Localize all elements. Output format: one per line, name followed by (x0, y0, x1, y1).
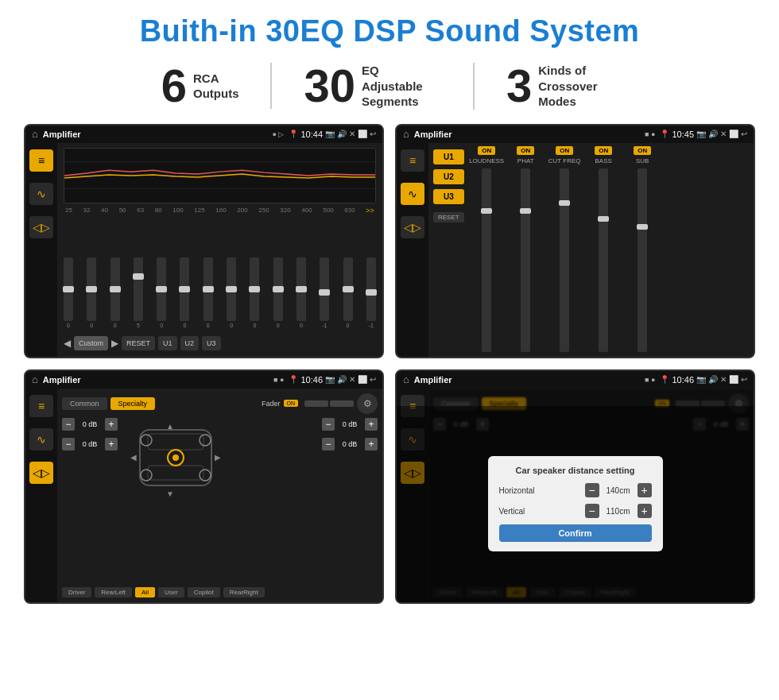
db-value-rl: 0 dB (78, 440, 102, 448)
plus-fl[interactable]: + (105, 418, 118, 431)
horizontal-plus[interactable]: + (638, 483, 652, 497)
u3-btn-1[interactable]: U3 (202, 336, 221, 350)
tab-specialty-3[interactable]: Specialty (110, 397, 156, 410)
copilot-btn-3[interactable]: Copilot (188, 587, 220, 598)
svg-rect-5 (148, 434, 203, 450)
channel-phat: ON PHAT (508, 146, 544, 354)
sidebar-wave-btn-3[interactable]: ∿ (29, 428, 53, 451)
rearright-btn-3[interactable]: RearRight (223, 587, 265, 598)
plus-rl[interactable]: + (105, 438, 118, 451)
amp-main: U1 U2 U3 RESET ON LOUDNESS (428, 143, 754, 357)
eq-slider-3: 5 (134, 257, 143, 328)
svg-rect-6 (148, 466, 203, 480)
fader-label: Fader (262, 400, 281, 408)
eq-slider-12: 0 (343, 257, 353, 328)
driver-btn-3[interactable]: Driver (62, 587, 91, 598)
svg-text:▼: ▼ (166, 489, 174, 498)
vertical-minus[interactable]: − (585, 504, 599, 518)
dialog-overlay: Car speaker distance setting Horizontal … (397, 406, 754, 602)
app-name-3: Amplifier (43, 375, 269, 385)
vertical-plus[interactable]: + (638, 504, 652, 518)
tab-common-3[interactable]: Common (62, 397, 107, 410)
screens-grid: ⌂ Amplifier ● ▷ 📍 10:44 📷 🔊 ✕ ⬜ ↩ ≡ ∿ ◁▷ (24, 124, 755, 604)
sidebar-eq-btn-3[interactable]: ≡ (29, 395, 53, 417)
label-bass: BASS (595, 157, 612, 164)
left-sidebar-1: ≡ ∿ ◁▷ (25, 143, 57, 357)
screen-eq: ⌂ Amplifier ● ▷ 📍 10:44 📷 🔊 ✕ ⬜ ↩ ≡ ∿ ◁▷ (24, 124, 384, 358)
stat-crossover: 3 Kinds ofCrossover Modes (475, 63, 649, 110)
sidebar-eq-btn-2[interactable]: ≡ (401, 149, 424, 172)
u3-btn[interactable]: U3 (433, 189, 464, 204)
eq-slider-9: 0 (273, 257, 283, 328)
home-icon-2: ⌂ (403, 128, 409, 140)
eq-slider-8: 0 (250, 257, 259, 328)
eq-slider-2: 0 (110, 257, 120, 328)
minus-fr[interactable]: − (322, 418, 335, 431)
minus-rl[interactable]: − (62, 438, 75, 451)
user-btn-3[interactable]: User (158, 587, 184, 598)
driver-row-3: Driver RearLeft All User Copilot RearRig… (62, 587, 378, 598)
sidebar-speaker-btn-3[interactable]: ◁▷ (29, 462, 53, 484)
sidebar-speaker-btn-2[interactable]: ◁▷ (401, 216, 424, 238)
svg-point-8 (172, 454, 179, 461)
screen-dialog: ⌂ Amplifier ■ ● 📍 10:46 📷 🔊 ✕ ⬜ ↩ ≡ ∿ ◁▷ (395, 369, 755, 604)
confirm-button[interactable]: Confirm (499, 524, 652, 542)
sidebar-wave-btn-2[interactable]: ∿ (401, 183, 424, 205)
eq-sliders: 0 0 0 5 (64, 218, 376, 331)
left-sidebar-3: ≡ ∿ ◁▷ (25, 389, 57, 602)
stat-number-eq: 30 (304, 63, 355, 109)
svg-text:▶: ▶ (215, 453, 221, 462)
label-sub: SUB (636, 157, 649, 164)
on-badge-phat: ON (517, 146, 534, 155)
time-4: 10:46 (672, 375, 694, 385)
sidebar-speaker-btn[interactable]: ◁▷ (29, 216, 53, 238)
db-value-fr: 0 dB (338, 420, 362, 428)
stat-eq: 30 EQ AdjustableSegments (272, 63, 475, 110)
custom-btn[interactable]: Custom (74, 336, 108, 350)
dialog-row-vertical: Vertical − 110cm + (499, 504, 652, 518)
eq-slider-13: -1 (366, 257, 376, 328)
plus-rr[interactable]: + (365, 438, 378, 451)
horizontal-control: − 140cm + (585, 483, 652, 497)
prev-arrow[interactable]: ◀ (64, 338, 71, 349)
status-bar-2: ⌂ Amplifier ■ ● 📍 10:45 📷 🔊 ✕ ⬜ ↩ (397, 126, 754, 143)
eq-slider-10: 0 (296, 257, 306, 328)
screen-amp: ⌂ Amplifier ■ ● 📍 10:45 📷 🔊 ✕ ⬜ ↩ ≡ ∿ ◁▷ (395, 124, 755, 358)
eq-slider-0: 0 (64, 257, 73, 328)
u2-btn[interactable]: U2 (433, 169, 464, 184)
settings-icon[interactable]: ⚙ (357, 393, 378, 414)
all-btn-3[interactable]: All (135, 587, 155, 598)
db-value-rr: 0 dB (338, 440, 362, 448)
stat-label-eq: EQ AdjustableSegments (362, 63, 441, 110)
u1-btn-1[interactable]: U1 (158, 336, 177, 350)
svg-point-11 (141, 470, 152, 481)
sidebar-wave-btn[interactable]: ∿ (29, 183, 53, 205)
channel-cutfreq: ON CUT FREQ (547, 146, 583, 354)
stat-label-rca: RCAOutputs (193, 71, 239, 102)
plus-fr[interactable]: + (365, 418, 378, 431)
left-sidebar-2: ≡ ∿ ◁▷ (397, 143, 428, 357)
svg-point-9 (141, 435, 152, 446)
eq-labels: 2532 4050 6380 100125 160200 250320 4005… (64, 207, 376, 215)
next-arrow[interactable]: ▶ (111, 338, 118, 349)
dialog-title: Car speaker distance setting (499, 466, 652, 475)
dot-icons-3: ■ ● (273, 376, 284, 384)
eq-main: 2532 4050 6380 100125 160200 250320 4005… (57, 143, 382, 357)
page-title: Buith-in 30EQ DSP Sound System (24, 14, 755, 48)
u1-btn[interactable]: U1 (433, 149, 464, 164)
sidebar-eq-btn[interactable]: ≡ (29, 149, 53, 172)
rearleft-btn-3[interactable]: RearLeft (95, 587, 132, 598)
horizontal-minus[interactable]: − (585, 483, 599, 497)
on-badge-fader: ON (284, 400, 299, 407)
reset-btn-amp[interactable]: RESET (433, 212, 464, 222)
reset-btn-1[interactable]: RESET (122, 336, 155, 350)
minus-fl[interactable]: − (62, 418, 75, 431)
app-name-2: Amplifier (414, 130, 640, 139)
on-badge-cutfreq: ON (556, 146, 573, 155)
dialog-box: Car speaker distance setting Horizontal … (488, 456, 663, 551)
svg-text:▲: ▲ (166, 422, 174, 431)
status-icons-4: 📍 10:46 📷 🔊 ✕ ⬜ ↩ (660, 375, 747, 385)
tab-row-3: Common Specialty (62, 397, 155, 410)
minus-rr[interactable]: − (322, 438, 335, 451)
u2-btn-1[interactable]: U2 (180, 336, 200, 350)
